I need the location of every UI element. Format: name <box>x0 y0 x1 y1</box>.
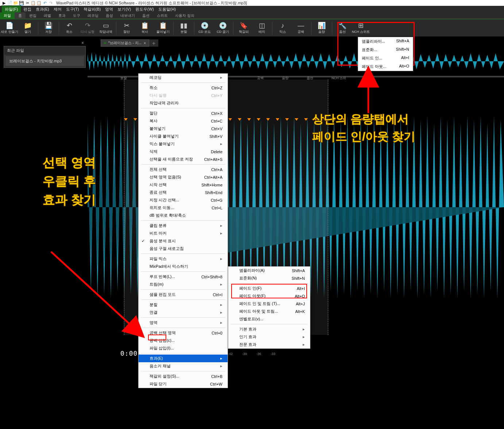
ctx-sel-start[interactable]: 시작 선택Shift+Home <box>139 181 228 189</box>
tab-home[interactable]: 홈 <box>15 12 26 19</box>
tool-copy[interactable]: 📋복사 <box>136 20 154 36</box>
tool-cdload[interactable]: 💿CD 로드 <box>196 20 213 36</box>
menu-bookmark[interactable]: 책갈피(B) <box>81 6 103 13</box>
tool-cdburn[interactable]: 💿CD 굽기 <box>214 20 232 36</box>
redo-icon[interactable]: ↷ <box>48 0 53 5</box>
vol-fadeout[interactable]: 페이드 아웃...Alt+O <box>358 62 413 71</box>
new-icon[interactable]: 📄 <box>7 0 12 5</box>
ctx-paste[interactable]: 붙여넣기Ctrl+V <box>139 125 228 132</box>
tool-undo[interactable]: ↶취소 <box>61 20 78 36</box>
tab-voice[interactable]: 음성 <box>102 12 117 19</box>
menu-tools[interactable]: 도구(T) <box>64 6 81 13</box>
ctx-db-zoom[interactable]: dB 범위로 확대/축소 <box>139 212 228 219</box>
sub-normalize[interactable]: 표준화(N)Shift+N <box>228 274 310 282</box>
tab-custom[interactable]: 사용자 정의 <box>171 12 198 19</box>
ctx-file-mix[interactable]: 파일 믹스▸ <box>139 255 228 263</box>
ctx-goto[interactable]: 위치로 이동...Ctrl+L <box>139 204 228 212</box>
sub-fadein-trim[interactable]: 페이드 인 및 트림 (T)...Alt+J <box>228 300 310 308</box>
vol-amplify[interactable]: 앰플리파이...Shift+A <box>358 37 413 46</box>
sub-popular-fx[interactable]: 인기 효과▸ <box>228 333 310 341</box>
tab-file[interactable]: 파일 <box>0 12 15 19</box>
menu-effect[interactable]: 효과(E) <box>34 6 51 13</box>
ctx-copy[interactable]: 복사Ctrl+C <box>139 117 228 125</box>
cut-icon[interactable]: ✂ <box>25 0 30 5</box>
ctx-mix-paste[interactable]: 믹스 붙여넣기▸ <box>139 140 228 148</box>
ctx-remove-channel[interactable]: 음소거 채널▸ <box>139 362 228 370</box>
tool-options[interactable]: 🔧옵션 <box>334 20 351 36</box>
ctx-split[interactable]: 분할▸ <box>139 301 228 309</box>
vol-normalize[interactable]: 표준화...Shift+N <box>358 46 413 54</box>
save-icon[interactable]: 💾 <box>19 0 24 5</box>
ctx-save-sel[interactable]: 선택을 새 이름으로 저장Ctrl+Alt+S <box>139 155 228 163</box>
tool-history[interactable]: ▭작업내역 <box>97 20 115 36</box>
tab-suite[interactable]: 스위트 <box>153 12 171 19</box>
tab-effect[interactable]: 효과 <box>55 12 69 19</box>
ctx-loop[interactable]: 루프 반복(L)...Ctrl+Shift+8 <box>139 273 228 281</box>
sub-envelope[interactable]: 엔벨로프(v)... <box>228 315 310 323</box>
tab-tools[interactable]: 도구 <box>69 12 84 19</box>
undo-icon[interactable]: ↶ <box>42 0 47 5</box>
tab-edit[interactable]: 편집 <box>26 12 40 19</box>
ctx-blank-sel[interactable]: 공백 선택 영역Ctrl+0 <box>139 329 228 337</box>
ctx-mixpad[interactable]: MixPad에서 믹스하기 <box>139 263 228 270</box>
tool-cut[interactable]: ✂절단 <box>118 20 135 36</box>
sub-amplify[interactable]: 앰플리파이(A)Shift+A <box>228 267 310 274</box>
sub-fadeout-trim[interactable]: 페이드 아웃 및 트림...Alt+K <box>228 308 310 315</box>
menu-window[interactable]: 윈도우(W) <box>133 6 156 13</box>
sub-fadeout[interactable]: 페이드 아웃(F)Alt+O <box>228 292 310 300</box>
tool-batch[interactable]: ◫배치 <box>253 20 271 36</box>
tool-bookmark[interactable]: 🔖책갈피 <box>235 20 252 36</box>
ctx-history[interactable]: 작업내역 관리자 <box>139 99 228 107</box>
ctx-voice-analysis[interactable]: ✓음성 분석 표시 <box>139 237 228 245</box>
tab-export[interactable]: 내보내기 <box>117 12 139 19</box>
tool-suite[interactable]: ⊞NCH 스위트 <box>352 20 370 36</box>
ctx-beat-marker[interactable]: 비트 마커▸ <box>139 229 228 237</box>
ctx-link[interactable]: 연결▸ <box>139 309 228 316</box>
menu-view[interactable]: 보기(V) <box>115 6 133 13</box>
ctx-voice-refresh[interactable]: 음성 구절 새로고침 <box>139 245 228 252</box>
add-tab-button[interactable]: + <box>149 39 158 47</box>
paste-icon[interactable]: 📋 <box>36 0 42 5</box>
tool-save[interactable]: 💾저장 <box>40 20 57 36</box>
tool-new[interactable]: 📄새로 만들기 <box>1 20 18 36</box>
vol-fadein[interactable]: 페이드 인...Alt+I <box>358 54 413 62</box>
ctx-bookmark[interactable]: 책갈피 설정(S)...Ctrl+B <box>139 372 228 380</box>
ctx-sel-time[interactable]: 지정 시간 선택...Ctrl+G <box>139 196 228 204</box>
open-icon[interactable]: 📁 <box>13 0 18 5</box>
ctx-sample-edit[interactable]: 샘플 편집 모드Ctrl+I <box>139 291 228 298</box>
sub-pro-fx[interactable]: 전문 효과▸ <box>228 341 310 348</box>
ctx-close[interactable]: 파일 닫기Ctrl+W <box>139 380 228 388</box>
menu-control[interactable]: 제어 <box>51 6 64 13</box>
ctx-cycle-paste[interactable]: 사이클 붙여넣기Shift+V <box>139 132 228 140</box>
recent-file-item[interactable]: 브레이브걸스 - 치맛바람.mp3 <box>5 56 84 66</box>
tool-open[interactable]: 📁열기 <box>19 20 36 36</box>
menu-help[interactable]: 도움말(H) <box>156 6 178 13</box>
file-tab-active[interactable]: *브레이브걸스 - 치... × <box>101 39 149 47</box>
ctx-delete[interactable]: 삭제Delete <box>139 148 228 155</box>
copy-icon[interactable]: 📋 <box>31 0 36 5</box>
ctx-blank-ins[interactable]: 공백 삽입(c)... <box>139 337 228 344</box>
tab-level[interactable]: 레벨 <box>40 12 55 19</box>
tab-options[interactable]: 옵션 <box>139 12 153 19</box>
menu-file[interactable]: 파일(F) <box>1 5 21 13</box>
ctx-undo[interactable]: 취소Ctrl+Z <box>139 84 228 92</box>
tab-close-icon[interactable]: × <box>144 41 146 45</box>
ctx-trim[interactable]: 트림(m)▸ <box>139 281 228 288</box>
sub-fadein[interactable]: 페이드 인(F)Alt+I <box>228 285 310 292</box>
sub-basic-fx[interactable]: 기본 효과▸ <box>228 325 310 333</box>
panel-close-icon[interactable]: × <box>81 40 84 46</box>
ctx-sel-none[interactable]: 선택 영역 없음(S)Ctrl+Alt+A <box>139 173 228 181</box>
ctx-region[interactable]: 영역▸ <box>139 319 228 326</box>
ctx-cut[interactable]: 절단Ctrl+X <box>139 109 228 117</box>
ctx-sel-all[interactable]: 전체 선택Ctrl+A <box>139 166 228 173</box>
tool-volume[interactable]: 📊음량 <box>313 20 330 36</box>
ctx-recording[interactable]: 레코딩▸ <box>139 74 228 81</box>
tool-split[interactable]: ▮▮분할 <box>175 20 193 36</box>
ctx-file-ins[interactable]: 파일 삽입(I)... <box>139 344 228 352</box>
tool-redo[interactable]: ↷다시 실행 <box>79 20 96 36</box>
menu-region[interactable]: 영역 <box>103 6 115 13</box>
ctx-clip-class[interactable]: 클립 분류▸ <box>139 222 228 229</box>
tool-paste[interactable]: 📋붙여넣기 <box>154 20 172 36</box>
ctx-sel-end[interactable]: 종료 선택Shift+End <box>139 189 228 196</box>
ctx-effect[interactable]: 효과(E)▸ <box>139 355 228 362</box>
